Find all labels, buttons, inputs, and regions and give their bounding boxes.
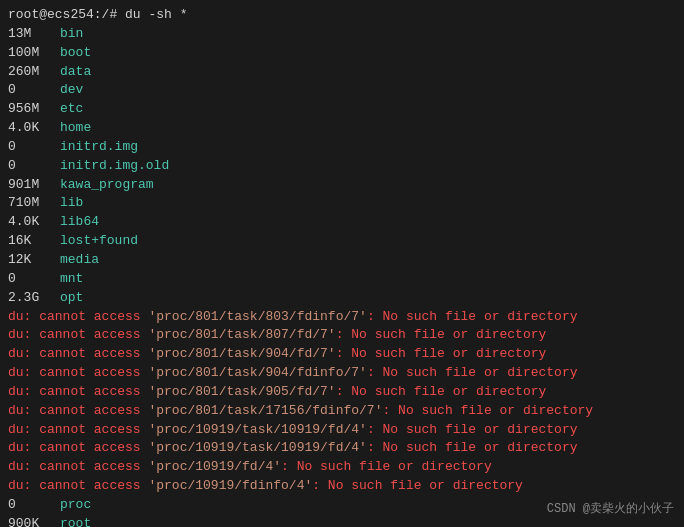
error-suffix: : No such file or directory <box>281 458 492 477</box>
errors-container: du: cannot access 'proc/801/task/803/fdi… <box>8 308 676 496</box>
error-suffix: : No such file or directory <box>367 421 578 440</box>
prompt-text: root@ecs254:/# du -sh * <box>8 6 187 25</box>
error-path: 'proc/801/task/905/fd/7' <box>148 383 335 402</box>
error-suffix: : No such file or directory <box>367 308 578 327</box>
list-item: 0initrd.img.old <box>8 157 676 176</box>
watermark: CSDN @卖柴火的小伙子 <box>547 500 674 517</box>
error-line: du: cannot access 'proc/10919/task/10919… <box>8 421 676 440</box>
list-item: 260Mdata <box>8 63 676 82</box>
size-col: 0 <box>8 157 60 176</box>
error-prefix: du: cannot access <box>8 402 148 421</box>
error-prefix: du: cannot access <box>8 308 148 327</box>
error-line: du: cannot access 'proc/801/task/17156/f… <box>8 402 676 421</box>
error-line: du: cannot access 'proc/10919/fdinfo/4':… <box>8 477 676 496</box>
name-col: media <box>60 251 99 270</box>
name-col: root <box>60 515 91 527</box>
name-col: dev <box>60 81 83 100</box>
list-item: 956Metc <box>8 100 676 119</box>
list-item: 2.3Gopt <box>8 289 676 308</box>
name-col: lib64 <box>60 213 99 232</box>
error-suffix: : No such file or directory <box>336 345 547 364</box>
size-col: 4.0K <box>8 213 60 232</box>
name-col: initrd.img <box>60 138 138 157</box>
size-col: 901M <box>8 176 60 195</box>
error-prefix: du: cannot access <box>8 477 148 496</box>
error-suffix: : No such file or directory <box>367 364 578 383</box>
error-suffix: : No such file or directory <box>336 326 547 345</box>
error-path: 'proc/801/task/803/fdinfo/7' <box>148 308 366 327</box>
entries-container: 13Mbin100Mboot260Mdata0dev956Metc4.0Khom… <box>8 25 676 308</box>
error-path: 'proc/10919/task/10919/fd/4' <box>148 439 366 458</box>
name-col: opt <box>60 289 83 308</box>
error-path: 'proc/801/task/904/fdinfo/7' <box>148 364 366 383</box>
error-prefix: du: cannot access <box>8 345 148 364</box>
terminal: root@ecs254:/# du -sh * 13Mbin100Mboot26… <box>0 0 684 527</box>
list-item: 710Mlib <box>8 194 676 213</box>
error-suffix: : No such file or directory <box>336 383 547 402</box>
list-item: 0initrd.img <box>8 138 676 157</box>
error-prefix: du: cannot access <box>8 421 148 440</box>
size-col: 16K <box>8 232 60 251</box>
error-path: 'proc/10919/fd/4' <box>148 458 281 477</box>
error-path: 'proc/801/task/904/fd/7' <box>148 345 335 364</box>
error-line: du: cannot access 'proc/10919/task/10919… <box>8 439 676 458</box>
error-prefix: du: cannot access <box>8 439 148 458</box>
list-item: 13Mbin <box>8 25 676 44</box>
error-suffix: : No such file or directory <box>312 477 523 496</box>
error-suffix: : No such file or directory <box>382 402 593 421</box>
size-col: 0 <box>8 138 60 157</box>
error-line: du: cannot access 'proc/801/task/803/fdi… <box>8 308 676 327</box>
list-item: 901Mkawa_program <box>8 176 676 195</box>
error-prefix: du: cannot access <box>8 364 148 383</box>
error-path: 'proc/10919/task/10919/fd/4' <box>148 421 366 440</box>
name-col: proc <box>60 496 91 515</box>
name-col: lib <box>60 194 83 213</box>
name-col: bin <box>60 25 83 44</box>
size-col: 260M <box>8 63 60 82</box>
list-item: 0dev <box>8 81 676 100</box>
error-prefix: du: cannot access <box>8 383 148 402</box>
size-col: 900K <box>8 515 60 527</box>
error-path: 'proc/10919/fdinfo/4' <box>148 477 312 496</box>
size-col: 0 <box>8 270 60 289</box>
error-prefix: du: cannot access <box>8 326 148 345</box>
error-path: 'proc/801/task/17156/fdinfo/7' <box>148 402 382 421</box>
error-line: du: cannot access 'proc/801/task/904/fd/… <box>8 345 676 364</box>
size-col: 0 <box>8 81 60 100</box>
name-col: home <box>60 119 91 138</box>
name-col: initrd.img.old <box>60 157 169 176</box>
list-item: 100Mboot <box>8 44 676 63</box>
list-item: 4.0Khome <box>8 119 676 138</box>
name-col: data <box>60 63 91 82</box>
size-col: 4.0K <box>8 119 60 138</box>
size-col: 12K <box>8 251 60 270</box>
name-col: lost+found <box>60 232 138 251</box>
size-col: 0 <box>8 496 60 515</box>
prompt-line: root@ecs254:/# du -sh * <box>8 6 676 25</box>
list-item: 4.0Klib64 <box>8 213 676 232</box>
list-item: 16Klost+found <box>8 232 676 251</box>
error-line: du: cannot access 'proc/801/task/807/fd/… <box>8 326 676 345</box>
error-path: 'proc/801/task/807/fd/7' <box>148 326 335 345</box>
name-col: boot <box>60 44 91 63</box>
name-col: kawa_program <box>60 176 154 195</box>
size-col: 710M <box>8 194 60 213</box>
list-item: 12Kmedia <box>8 251 676 270</box>
size-col: 100M <box>8 44 60 63</box>
size-col: 956M <box>8 100 60 119</box>
name-col: mnt <box>60 270 83 289</box>
size-col: 13M <box>8 25 60 44</box>
error-line: du: cannot access 'proc/801/task/905/fd/… <box>8 383 676 402</box>
name-col: etc <box>60 100 83 119</box>
size-col: 2.3G <box>8 289 60 308</box>
error-prefix: du: cannot access <box>8 458 148 477</box>
error-suffix: : No such file or directory <box>367 439 578 458</box>
error-line: du: cannot access 'proc/10919/fd/4': No … <box>8 458 676 477</box>
list-item: 0mnt <box>8 270 676 289</box>
error-line: du: cannot access 'proc/801/task/904/fdi… <box>8 364 676 383</box>
